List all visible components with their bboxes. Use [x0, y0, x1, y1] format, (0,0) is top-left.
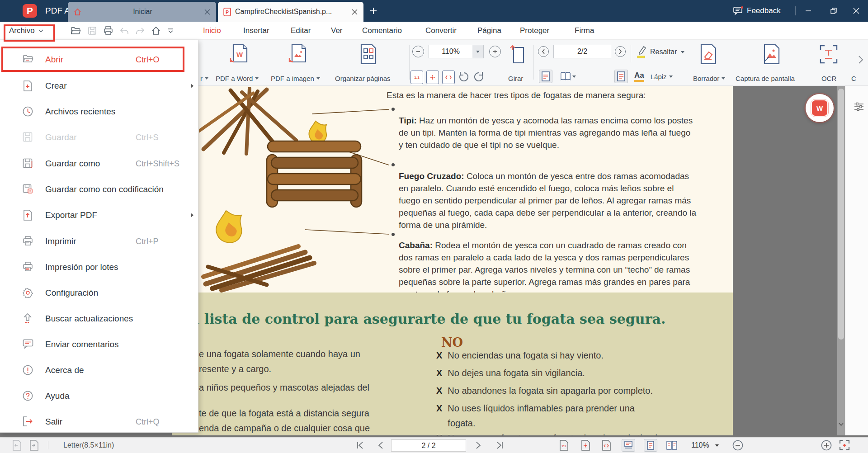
reading-mode-icon[interactable] [614, 70, 628, 83]
home-icon[interactable] [151, 26, 160, 35]
zoom-level-dropdown[interactable]: 110% [691, 438, 709, 453]
menu-item-exportar-pdf[interactable]: Exportar PDF [0, 205, 198, 226]
menu-item-archivos-recientes[interactable]: Archivos recientes [0, 101, 198, 122]
font-style-button[interactable]: Aa [634, 71, 644, 82]
eraser-icon[interactable] [698, 43, 717, 65]
tab-insertar[interactable]: Insertar [243, 22, 269, 40]
eraser-label[interactable]: Borrador [693, 73, 725, 83]
page-number-input[interactable]: 2 / 2 [391, 439, 466, 452]
fit-page-icon[interactable] [581, 438, 590, 453]
minimize-button[interactable] [798, 0, 818, 22]
actual-size-icon[interactable]: 1:1 [559, 438, 568, 453]
overflow-button-label[interactable]: C [851, 73, 856, 83]
tab-convertir[interactable]: Convertir [425, 22, 457, 40]
zoom-out-button[interactable] [732, 438, 743, 453]
next-page-button[interactable] [476, 438, 481, 453]
tab-editar[interactable]: Editar [291, 22, 311, 40]
previous-view-icon[interactable] [12, 438, 22, 453]
redo-icon[interactable] [136, 27, 145, 35]
single-page-view-icon[interactable] [539, 70, 552, 83]
fullscreen-icon[interactable] [839, 438, 850, 453]
zoom-out-button[interactable] [412, 46, 424, 57]
tab-iniciar[interactable]: Iniciar [68, 2, 216, 22]
organize-pages-icon[interactable] [359, 43, 377, 65]
scroll-down-icon[interactable] [839, 423, 844, 426]
menu-item-enviar-comentarios[interactable]: Enviar comentarios [0, 334, 198, 355]
chevron-down-icon[interactable] [715, 438, 719, 453]
close-tab-icon[interactable] [203, 8, 211, 15]
next-page-button[interactable] [615, 46, 626, 57]
two-page-view-icon[interactable] [561, 70, 576, 83]
customize-toolbar-icon[interactable] [167, 28, 174, 34]
print-icon[interactable] [104, 26, 113, 35]
tab-pagina[interactable]: Página [477, 22, 501, 40]
tab-proteger[interactable]: Proteger [520, 22, 549, 40]
next-view-icon[interactable] [29, 438, 39, 453]
highlight-button[interactable]: Resaltar [636, 45, 684, 59]
scroll-view-icon[interactable] [622, 439, 635, 452]
chevron-down-icon[interactable] [472, 45, 483, 58]
fit-page-icon[interactable] [426, 71, 439, 84]
organize-pages-label[interactable]: Organizar páginas [335, 73, 391, 83]
vertical-scrollbar[interactable] [837, 86, 845, 435]
pdf-to-word-label[interactable]: PDF a Word [216, 73, 259, 83]
menu-item-imprimir[interactable]: Imprimir Ctrl+P [0, 231, 198, 252]
pencil-button[interactable]: Lápiz [651, 71, 673, 81]
undo-icon[interactable] [120, 27, 129, 35]
fit-width-icon[interactable] [442, 71, 455, 84]
tab-inicio[interactable]: Inicio [203, 22, 221, 40]
feedback-button[interactable]: Feedback [733, 0, 781, 22]
scrollbar-thumb[interactable] [838, 89, 844, 340]
properties-sliders-icon[interactable] [854, 102, 864, 111]
menu-item-salir[interactable]: Salir Ctrl+Q [0, 411, 198, 432]
previous-page-button[interactable] [538, 46, 549, 57]
menu-item-guardar-codificacion[interactable]: Guardar como con codificación [0, 179, 198, 200]
pdf-to-image-label[interactable]: PDF a imagen [271, 73, 320, 83]
zoom-select[interactable]: 110% [429, 45, 484, 58]
menu-item-abrir[interactable]: Abrir Ctrl+O [0, 49, 198, 70]
previous-page-button[interactable] [378, 438, 383, 453]
tab-ver[interactable]: Ver [331, 22, 343, 40]
page-number-input[interactable]: 2/2 [553, 45, 611, 58]
zoom-in-button[interactable] [489, 46, 501, 57]
menu-item-impresion-lotes[interactable]: Impresión por lotes [0, 257, 198, 278]
archivo-menu-button[interactable]: Archivo [9, 22, 43, 40]
screenshot-icon[interactable] [762, 43, 781, 65]
pdf-to-image-icon[interactable] [288, 43, 307, 65]
menu-item-crear[interactable]: Crear [0, 76, 198, 96]
tab-comentario[interactable]: Comentario [362, 22, 402, 40]
menu-item-acerca-de[interactable]: Acerca de [0, 360, 198, 381]
two-page-view-icon[interactable] [666, 438, 677, 453]
menu-item-ayuda[interactable]: Ayuda [0, 386, 198, 406]
close-tab-icon[interactable] [351, 8, 358, 15]
pdf-to-word-icon[interactable]: W [229, 43, 249, 65]
submenu-arrow-icon [191, 213, 193, 217]
new-tab-button[interactable] [369, 6, 378, 15]
last-page-button[interactable] [495, 438, 504, 453]
tab-document[interactable]: P CampfireChecklistSpanish.p... [218, 2, 363, 22]
hidden-button-label[interactable]: r [200, 73, 208, 83]
menu-item-buscar-actualizaciones[interactable]: Buscar actualizaciones [0, 308, 198, 329]
rotate-left-icon[interactable] [458, 71, 470, 84]
rotate-right-icon[interactable] [473, 71, 485, 84]
fit-width-icon[interactable] [602, 438, 611, 453]
tab-firma[interactable]: Firma [575, 22, 594, 40]
restore-button[interactable] [824, 0, 844, 22]
single-page-view-icon[interactable] [644, 439, 657, 452]
rotate-page-icon[interactable] [509, 43, 527, 65]
ribbon-expand-icon[interactable] [858, 55, 863, 64]
close-button[interactable] [846, 0, 866, 22]
first-page-button[interactable] [356, 438, 364, 453]
zoom-in-button[interactable] [821, 438, 832, 453]
screenshot-label[interactable]: Captura de pantalla [736, 73, 795, 83]
menu-item-configuracion[interactable]: Configuración [0, 283, 198, 303]
rotate-label[interactable]: Girar [508, 73, 523, 83]
open-file-icon[interactable] [71, 26, 81, 35]
svg-text:1:1: 1:1 [561, 444, 566, 448]
menu-item-guardar-como[interactable]: Guardar como Ctrl+Shift+S [0, 153, 198, 174]
ocr-icon[interactable] [819, 44, 838, 64]
pdf-to-word-floating-button[interactable]: W [806, 94, 834, 122]
ocr-label[interactable]: OCR [821, 73, 836, 83]
save-icon[interactable] [88, 26, 97, 35]
actual-size-icon[interactable]: 1:1 [410, 71, 423, 84]
